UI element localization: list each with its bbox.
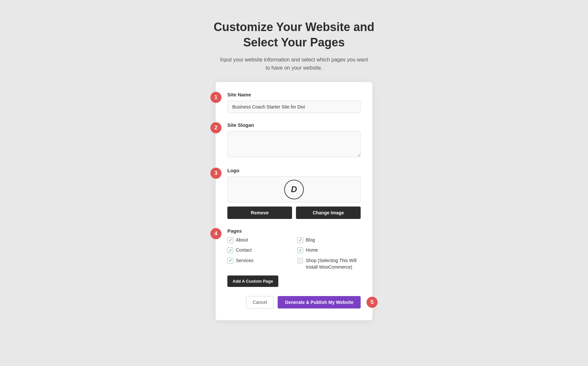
page-item-blog: ✓ Blog (297, 237, 361, 243)
site-name-section: 1 Site Name (227, 92, 361, 113)
checkbox-shop[interactable] (297, 258, 303, 264)
step-5-badge: 5 (367, 297, 378, 308)
remove-button[interactable]: Remove (227, 207, 292, 219)
logo-section: 3 Logo D Remove Change Image (227, 168, 361, 219)
site-slogan-input[interactable] (227, 131, 361, 157)
page-label-contact: Contact (236, 247, 252, 254)
site-name-input[interactable] (227, 101, 361, 113)
page-title: Customize Your Website and Select Your P… (214, 20, 374, 50)
page-item-shop: Shop (Selecting This Will Install WooCom… (297, 258, 361, 270)
checkmark-contact: ✓ (229, 248, 232, 253)
step-1-badge: 1 (210, 92, 221, 103)
page-item-contact: ✓ Contact (227, 247, 291, 254)
page-label-services: Services (236, 258, 253, 264)
change-image-button[interactable]: Change Image (296, 207, 361, 219)
pages-section: 4 Pages ✓ About ✓ Blog (227, 228, 361, 287)
page-subtitle: Input your website information and selec… (219, 56, 369, 72)
cancel-button[interactable]: Cancel (246, 296, 274, 308)
pages-grid: ✓ About ✓ Blog ✓ Contact (227, 237, 361, 270)
checkbox-home[interactable]: ✓ (297, 247, 303, 253)
step-4-badge: 4 (210, 228, 221, 239)
logo-icon: D (284, 180, 304, 199)
logo-label: Logo (227, 168, 361, 173)
page-item-home: ✓ Home (297, 247, 361, 254)
step-3-badge: 3 (210, 168, 221, 179)
form-card: 1 Site Name 2 Site Slogan 3 Logo D Remov… (216, 82, 372, 320)
page-label-shop: Shop (Selecting This Will Install WooCom… (306, 258, 361, 270)
page-label-home: Home (306, 247, 318, 254)
checkmark-services: ✓ (229, 258, 232, 263)
checkmark-about: ✓ (229, 238, 232, 242)
checkmark-home: ✓ (299, 248, 302, 253)
pages-label: Pages (227, 228, 361, 234)
form-footer: Cancel Generate & Publish My Website 5 (227, 296, 361, 308)
add-custom-page-button[interactable]: Add A Custom Page (227, 275, 278, 287)
step-2-badge: 2 (210, 122, 221, 133)
site-slogan-section: 2 Site Slogan (227, 122, 361, 158)
checkbox-contact[interactable]: ✓ (227, 247, 233, 253)
site-name-label: Site Name (227, 92, 361, 97)
logo-buttons: Remove Change Image (227, 207, 361, 219)
page-label-blog: Blog (306, 237, 315, 243)
checkbox-services[interactable]: ✓ (227, 258, 233, 264)
publish-button[interactable]: Generate & Publish My Website (278, 296, 361, 308)
page-item-services: ✓ Services (227, 258, 291, 270)
checkbox-blog[interactable]: ✓ (297, 237, 303, 243)
checkbox-about[interactable]: ✓ (227, 237, 233, 243)
page-item-about: ✓ About (227, 237, 291, 243)
page-label-about: About (236, 237, 248, 243)
site-slogan-label: Site Slogan (227, 122, 361, 128)
logo-preview: D (227, 176, 361, 203)
checkmark-blog: ✓ (299, 238, 302, 242)
